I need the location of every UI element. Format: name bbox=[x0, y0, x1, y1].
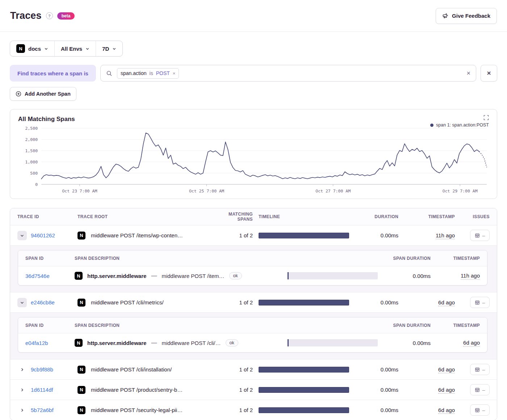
issues-empty-dash: – bbox=[482, 300, 485, 305]
svg-text:Oct 23 7:00 AM: Oct 23 7:00 AM bbox=[62, 188, 97, 194]
span-table-header: Span ID Span Description Span Duration T… bbox=[18, 317, 487, 333]
trace-root-label: middleware POST /cli/metrics/ bbox=[91, 299, 164, 305]
trace-id-link[interactable]: 94601262 bbox=[31, 232, 55, 238]
project-filter-label: docs bbox=[28, 46, 41, 52]
project-filter[interactable]: N docs bbox=[10, 41, 54, 56]
token-remove-icon[interactable]: × bbox=[173, 71, 176, 76]
nextjs-project-icon: N bbox=[77, 366, 85, 374]
issues-button[interactable]: – bbox=[470, 364, 490, 375]
timeline-bar[interactable] bbox=[259, 233, 349, 238]
svg-text:Oct 27 7:00 AM: Oct 27 7:00 AM bbox=[315, 188, 351, 194]
span-description-label: middleware POST /item… bbox=[162, 273, 224, 279]
issue-icon bbox=[475, 300, 480, 305]
trace-id-link[interactable]: 9cb9f88b bbox=[31, 366, 53, 373]
span-timeline-bar[interactable] bbox=[287, 339, 378, 346]
nextjs-project-icon: N bbox=[77, 386, 85, 394]
expanded-span-section: Span ID Span Description Span Duration T… bbox=[10, 312, 497, 359]
trace-id-link[interactable]: 1d6114df bbox=[31, 387, 53, 393]
svg-text:2,000: 2,000 bbox=[25, 137, 38, 142]
span-desc-dash: — bbox=[151, 340, 157, 346]
nextjs-project-icon: N bbox=[77, 406, 85, 414]
page-title: Traces bbox=[10, 10, 42, 21]
page-header: Traces ? beta Give Feedback bbox=[0, 0, 507, 32]
issues-button[interactable]: – bbox=[470, 230, 490, 241]
svg-text:1,000: 1,000 bbox=[25, 159, 38, 165]
expand-chevron-button[interactable] bbox=[17, 365, 27, 374]
find-traces-label: Find traces where a span is bbox=[10, 65, 96, 82]
expand-chevron-button[interactable] bbox=[17, 385, 27, 395]
chevron-down-icon bbox=[85, 47, 89, 51]
span-id-link[interactable]: e04fa12b bbox=[25, 340, 69, 346]
remove-span-filter-button[interactable]: × bbox=[481, 65, 497, 82]
issue-icon bbox=[475, 233, 480, 238]
chevron-down-icon bbox=[112, 47, 116, 51]
chevron-down-icon bbox=[20, 388, 24, 392]
environment-filter[interactable]: All Envs bbox=[54, 41, 96, 56]
expand-chevron-button[interactable] bbox=[17, 298, 27, 307]
span-status-badge: ok bbox=[229, 272, 242, 279]
issues-empty-dash: – bbox=[482, 233, 485, 238]
trace-row: 1d6114df N middleware POST /product/sent… bbox=[10, 379, 497, 400]
issues-empty-dash: – bbox=[482, 407, 485, 413]
fullscreen-icon[interactable] bbox=[483, 115, 489, 120]
issues-button[interactable]: – bbox=[470, 384, 490, 395]
timestamp-value[interactable]: 6d ago bbox=[438, 407, 455, 414]
timeline-bar[interactable] bbox=[259, 407, 349, 413]
timeline-bar[interactable] bbox=[259, 367, 349, 373]
span-id-link[interactable]: 36d7546e bbox=[25, 273, 69, 279]
token-key: span.action bbox=[121, 70, 147, 76]
timestamp-value[interactable]: 6d ago bbox=[438, 299, 455, 306]
legend-dot bbox=[430, 124, 433, 127]
col-span-description: Span Description bbox=[75, 323, 281, 328]
timeline-bar[interactable] bbox=[259, 387, 349, 393]
span-search-input[interactable]: span.action is POST × × bbox=[100, 65, 476, 82]
matching-spans-value: 1 of 2 bbox=[213, 366, 253, 373]
nextjs-project-icon: N bbox=[77, 299, 85, 307]
svg-text:Oct 25 7:00 AM: Oct 25 7:00 AM bbox=[189, 188, 224, 194]
spans-chart[interactable]: 05001,0001,5002,0002,500Oct 23 7:00 AMOc… bbox=[18, 125, 489, 196]
col-span-duration: Span Duration bbox=[384, 323, 431, 328]
col-span-timestamp: Timestamp bbox=[436, 256, 480, 261]
trace-row: 9cb9f88b N middleware POST /cli/installa… bbox=[10, 359, 497, 379]
give-feedback-button[interactable]: Give Feedback bbox=[436, 8, 497, 24]
timestamp-value[interactable]: 6d ago bbox=[438, 387, 455, 394]
col-trace-id: Trace ID bbox=[17, 214, 72, 219]
matching-spans-value: 1 of 2 bbox=[213, 407, 253, 413]
trace-id-link[interactable]: 5b72a6bf bbox=[31, 407, 54, 413]
col-span-duration: Span Duration bbox=[384, 256, 431, 261]
clear-search-icon[interactable]: × bbox=[466, 70, 470, 77]
add-another-span-button[interactable]: Add Another Span bbox=[10, 87, 76, 101]
timestamp-value[interactable]: 11h ago bbox=[436, 232, 455, 239]
nextjs-project-icon: N bbox=[16, 44, 25, 53]
issues-button[interactable]: – bbox=[470, 404, 490, 416]
timeline-bar[interactable] bbox=[259, 300, 349, 305]
span-timestamp-value[interactable]: 11h ago bbox=[461, 273, 480, 279]
expand-chevron-button[interactable] bbox=[17, 406, 27, 415]
date-range-filter[interactable]: 7D bbox=[96, 41, 122, 56]
col-issues: Issues bbox=[461, 214, 490, 219]
trace-row: 94601262 N middleware POST /items/wp-con… bbox=[10, 225, 497, 245]
environment-filter-label: All Envs bbox=[61, 46, 82, 52]
expand-chevron-button[interactable] bbox=[17, 231, 27, 240]
trace-id-link[interactable]: e246cb8e bbox=[31, 299, 55, 305]
token-operator: is bbox=[150, 70, 153, 76]
col-span-timestamp: Timestamp bbox=[436, 323, 480, 328]
legend-label: span 1: span.action:POST bbox=[436, 122, 489, 128]
matching-spans-value: 1 of 2 bbox=[213, 232, 253, 238]
issues-button[interactable]: – bbox=[470, 297, 490, 308]
span-timeline-bar[interactable] bbox=[287, 272, 378, 279]
plus-circle-icon bbox=[16, 91, 21, 97]
issues-empty-dash: – bbox=[482, 367, 485, 373]
trace-row: 5b72a6bf N middleware POST /security-leg… bbox=[10, 400, 497, 420]
chevron-down-icon bbox=[20, 408, 24, 412]
chevron-down-icon bbox=[20, 233, 24, 238]
filter-token[interactable]: span.action is POST × bbox=[117, 68, 179, 79]
add-another-span-label: Add Another Span bbox=[25, 91, 71, 97]
trace-row: e246cb8e N middleware POST /cli/metrics/… bbox=[10, 292, 497, 312]
col-duration: Duration bbox=[355, 214, 398, 219]
help-icon[interactable]: ? bbox=[46, 12, 53, 19]
span-timestamp-value[interactable]: 6d ago bbox=[463, 340, 480, 346]
timestamp-value[interactable]: 6d ago bbox=[438, 366, 455, 373]
trace-root-label: middleware POST /product/sentry-b… bbox=[91, 387, 183, 393]
svg-text:1,500: 1,500 bbox=[25, 148, 38, 153]
